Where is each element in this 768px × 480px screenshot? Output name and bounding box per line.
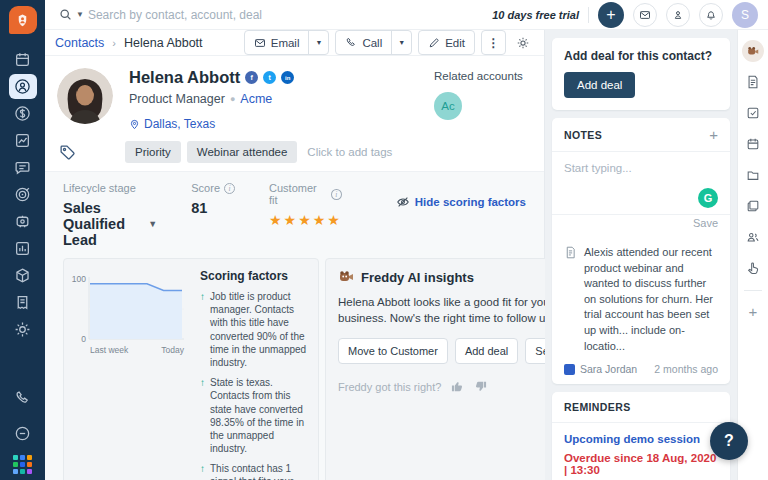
app-root: ▼ 10 days free trial + S Contacts › [0,0,768,480]
svg-text:0: 0 [81,334,86,344]
more-actions-button[interactable]: ⋮ [481,30,506,55]
freddy-action-button[interactable]: Move to Customer [338,338,448,364]
note-save-button[interactable]: Save [693,217,718,229]
contact-location[interactable]: Dallas, Texas [129,117,434,131]
contacts-icon[interactable] [9,74,37,99]
scoring-factor: ↑Job title is product manager. Contacts … [200,290,310,369]
note-timestamp: 2 months ago [654,363,718,375]
twitter-icon[interactable]: t [263,71,276,84]
freddy-action-button[interactable]: Add deal [455,338,518,364]
note-editor[interactable]: Start typing... G [552,152,730,215]
thumbs-down-icon[interactable] [474,380,487,393]
user-notification-icon[interactable] [666,3,690,27]
reminder-item: Upcoming demo session Overdue since 18 A… [552,423,730,480]
scoring-factors-title: Scoring factors [200,269,310,283]
contact-job-title: Product Manager [129,92,225,106]
global-search[interactable]: ▼ [59,8,359,22]
grammarly-icon[interactable]: G [698,188,718,208]
email-button[interactable]: Email ▼ [244,30,330,55]
invoices-icon[interactable] [9,290,37,315]
email-dropdown-caret[interactable]: ▼ [308,31,328,54]
main-content: Contacts › Helena Abbott Email ▼ Call ▼ [45,30,545,480]
tag-chip-list: PriorityWebinar attendee [125,141,297,163]
settings-icon[interactable] [9,317,37,342]
note-text: Alexis attended our recent product webin… [584,245,718,354]
divider [588,7,589,23]
contact-photo[interactable] [57,68,113,124]
call-dropdown-caret[interactable]: ▼ [391,31,411,54]
envelope-icon [254,37,266,49]
thumbs-up-icon[interactable] [451,380,464,393]
add-deal-button[interactable]: Add deal [564,72,635,98]
breadcrumb-contacts-link[interactable]: Contacts [55,36,104,50]
notifications-bell-icon[interactable] [699,3,723,27]
calendar-icon[interactable] [9,47,37,72]
reminder-title-link[interactable]: Upcoming demo session [564,433,718,445]
note-author: Sara Jordan [580,363,637,375]
freddy-panel-icon[interactable] [742,40,764,62]
chevron-down-icon: ▼ [148,219,157,229]
add-deal-prompt: Add deal for this contact? [564,49,718,63]
quick-add-button[interactable]: + [598,2,624,28]
divider [744,290,762,291]
contact-name: Helena Abbott [129,68,240,87]
email-inbox-icon[interactable] [633,3,657,27]
documents-panel-icon[interactable] [742,195,764,217]
tags-row: PriorityWebinar attendee Click to add ta… [57,141,530,163]
related-account-avatar[interactable]: Ac [434,92,462,120]
goals-icon[interactable] [9,182,37,207]
linkedin-icon[interactable]: in [281,71,294,84]
user-badge-icon [564,364,575,375]
conversations-icon[interactable] [9,155,37,180]
info-icon[interactable]: i [224,183,235,194]
edit-button[interactable]: Edit [418,30,475,55]
contacts-panel-icon[interactable] [742,226,764,248]
deals-icon[interactable] [9,101,37,126]
freshsales-logo-icon[interactable] [9,6,37,34]
dot-separator: ● [230,94,235,104]
call-button[interactable]: Call ▼ [335,30,412,55]
breadcrumb-bar: Contacts › Helena Abbott Email ▼ Call ▼ [45,30,544,56]
note-item[interactable]: Alexis attended our recent product webin… [552,235,730,384]
topbar: ▼ 10 days free trial + S [45,0,768,30]
note-doc-icon [564,246,577,259]
reports-icon[interactable] [9,236,37,261]
notes-panel-icon[interactable] [742,71,764,93]
note-input-placeholder[interactable]: Start typing... [564,162,718,174]
reminders-card: REMINDERS Upcoming demo session Overdue … [552,392,730,480]
add-panel-icon[interactable]: + [742,300,764,322]
add-deal-card: Add deal for this contact? Add deal [552,38,730,110]
hide-scoring-factors-link[interactable]: Hide scoring factors [396,195,526,209]
tasks-panel-icon[interactable] [742,102,764,124]
chat-status-icon[interactable] [9,421,37,446]
products-icon[interactable] [9,263,37,288]
user-avatar[interactable]: S [732,2,758,28]
score-metric: Scorei 81 [191,182,235,216]
phone-icon [345,37,357,49]
meetings-panel-icon[interactable] [742,133,764,155]
search-input[interactable] [88,8,308,22]
info-icon[interactable]: i [331,189,342,200]
lifecycle-stage-dropdown[interactable]: Sales Qualified Lead▼ [63,200,157,248]
analytics-icon[interactable] [9,128,37,153]
bots-icon[interactable] [9,209,37,234]
tag-chip[interactable]: Priority [125,141,181,163]
eye-off-icon [396,195,410,209]
trial-banner: 10 days free trial [492,9,579,21]
arrow-up-icon: ↑ [200,462,205,480]
page-settings-gear-icon[interactable] [512,36,534,50]
files-panel-icon[interactable] [742,164,764,186]
phone-icon[interactable] [9,386,37,411]
lifecycle-stage-metric: Lifecycle stage Sales Qualified Lead▼ [63,182,157,248]
tag-chip[interactable]: Webinar attendee [187,141,298,163]
facebook-icon[interactable]: f [245,71,258,84]
activity-panel-icon[interactable] [742,257,764,279]
pencil-icon [428,37,440,49]
apps-switcher-icon[interactable] [13,455,32,474]
scoring-factors-panel: 100 0 Last week Today [63,258,319,480]
help-button[interactable]: ? [710,422,748,460]
add-tag-field[interactable]: Click to add tags [307,146,392,158]
add-note-icon[interactable]: + [709,127,718,142]
chevron-down-icon[interactable]: ▼ [76,10,84,19]
contact-company-link[interactable]: Acme [240,92,272,106]
